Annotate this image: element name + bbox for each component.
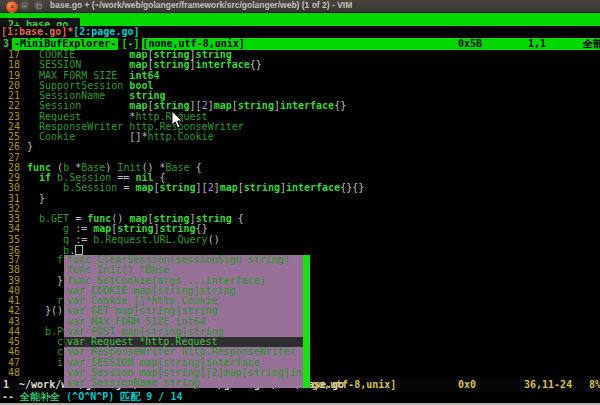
line-number: 18: [0, 60, 20, 70]
vim-window: × – ▢ base.go + (~/work/web/golanger/fra…: [0, 0, 600, 405]
line-number: 44: [0, 327, 20, 337]
line-number: 31: [0, 194, 20, 204]
code-line[interactable]: 20 SupportSession bool: [0, 81, 600, 91]
code-line[interactable]: 24 ResponseWriter http.ResponseWriter: [0, 122, 600, 132]
line-number: 36: [0, 246, 20, 255]
close-icon[interactable]: ×: [6, 1, 18, 13]
mini-buffer-name: -MiniBufExplorer-: [12, 38, 118, 49]
mini-buffer-number: 3: [0, 38, 12, 50]
code-line[interactable]: 19 MAX_FORM_SIZE int64: [0, 71, 600, 81]
window-title: base.go + (~/work/web/golanger/framework…: [50, 0, 352, 13]
line-number: 40: [0, 286, 20, 296]
minibufexplorer-statusline: 3-MiniBufExplorer-[-][none,utf-8,unix]0x…: [0, 38, 600, 50]
code-line[interactable]: 17 COOKIE map[string]string: [0, 50, 600, 60]
line-number: 33: [0, 214, 20, 224]
code-line[interactable]: 26}: [0, 142, 600, 152]
status-cursor-position: 36,11-24: [524, 378, 572, 391]
maximize-icon[interactable]: ▢: [34, 1, 44, 11]
code-text: func (b *Base) Init() *Base {: [27, 163, 202, 173]
popup-scrollbar[interactable]: [303, 255, 310, 388]
mini-hex-value: 0x5B: [458, 38, 482, 50]
code-text: b.GET = func() map[string]string {: [27, 214, 244, 224]
code-line[interactable]: 21 SessionName string: [0, 91, 600, 101]
code-text: SupportSession bool: [27, 81, 153, 91]
code-text: q := b.Request.URL.Query(): [27, 235, 220, 245]
code-text: if b.Session == nil {: [27, 173, 166, 183]
line-number: 45: [0, 337, 20, 347]
completion-item[interactable]: func ClearSession(sessionSign string): [64, 255, 303, 265]
code-line[interactable]: 29 if b.Session == nil {: [0, 173, 600, 183]
code-text: Session map[string][2]map[string]interfa…: [27, 101, 346, 111]
completion-item[interactable]: var SessionName string: [64, 378, 303, 388]
code-text: g := map[string]string{}: [27, 224, 208, 234]
code-text: ResponseWriter http.ResponseWriter: [27, 122, 244, 132]
cmd-completion-keys: (^O^N^P): [66, 391, 120, 402]
completion-item[interactable]: func Init() *Base: [64, 265, 303, 275]
line-number: 27: [0, 153, 20, 163]
code-line[interactable]: 22 Session map[string][2]map[string]inte…: [0, 101, 600, 111]
code-line[interactable]: 27: [0, 153, 600, 163]
completion-item[interactable]: func SetCookie(args ...interface): [64, 276, 303, 286]
completion-item[interactable]: var MAX_FORM_SIZE int64: [64, 317, 303, 327]
completion-item[interactable]: var Request *http.Request: [64, 337, 303, 347]
completion-item[interactable]: var SESSION map[string]interface: [64, 358, 303, 368]
code-line[interactable]: 34 g := map[string]string{}: [0, 224, 600, 234]
line-number: 38: [0, 265, 20, 275]
line-number: 28: [0, 163, 20, 173]
code-text: SessionName string: [27, 91, 165, 101]
code-text: Cookie []*http.Cookie: [27, 132, 214, 142]
code-line[interactable]: 25 Cookie []*http.Cookie: [0, 132, 600, 142]
line-number: 47: [0, 358, 20, 368]
completion-item[interactable]: var ResponseWriter http.ResponseWriter: [64, 347, 303, 357]
mini-scroll-indicator: 全部: [583, 38, 600, 50]
completion-item[interactable]: var Cookie []*http.Cookie: [64, 296, 303, 306]
completion-item[interactable]: var POST map[string]string: [64, 327, 303, 337]
status-fileinfo: go,utf-8,unix]: [312, 378, 396, 391]
mini-modified-flag: [-]: [118, 38, 142, 50]
code-line[interactable]: 28func (b *Base) Init() *Base {: [0, 163, 600, 173]
line-number: 30: [0, 183, 20, 193]
command-line: -- 全能补全 (^O^N^P) 匹配 9 / 14: [0, 391, 600, 403]
line-number: 32: [0, 204, 20, 214]
vim-tabline: 2+ base.go: [0, 13, 600, 26]
code-text: c: [27, 347, 63, 357]
minimize-icon[interactable]: –: [20, 1, 30, 11]
mouse-cursor: [171, 111, 183, 129]
code-line[interactable]: 32: [0, 204, 600, 214]
line-number: 17: [0, 50, 20, 60]
completion-item[interactable]: var COOKIE map[string]string: [64, 286, 303, 296]
code-line[interactable]: 36 b.: [0, 245, 600, 255]
buffer-tab-base-go[interactable]: [1:base.go]*: [1, 26, 73, 37]
line-number: 35: [0, 235, 20, 245]
completion-item[interactable]: var Session map[string][2]map[string]int…: [64, 368, 303, 378]
completion-item[interactable]: var GET map[string]string: [64, 306, 303, 316]
line-number: 34: [0, 224, 20, 234]
buffer-list: [1:base.go]*[2:page.go]: [0, 26, 600, 38]
code-text: b.: [27, 245, 83, 255]
line-number: 24: [0, 122, 20, 132]
code-line[interactable]: 35 q := b.Request.URL.Query(): [0, 235, 600, 245]
code-line[interactable]: 23 Request *http.Request: [0, 112, 600, 122]
code-text: }: [27, 194, 45, 204]
buffer-tab-page-go[interactable]: [2:page.go]: [73, 26, 139, 37]
line-number: 22: [0, 101, 20, 111]
line-number: 39: [0, 276, 20, 286]
line-number: 29: [0, 173, 20, 183]
completion-popup: func ClearSession(sessionSign string)fun…: [64, 255, 310, 388]
code-text: r: [27, 296, 63, 306]
status-buffer-number: 1: [3, 379, 9, 390]
code-text: c: [27, 337, 63, 347]
code-text: SESSION map[string]interface{}: [27, 60, 262, 70]
cmd-match-label: 匹配: [120, 391, 146, 402]
code-line[interactable]: 33 b.GET = func() map[string]string {: [0, 214, 600, 224]
mini-cursor-position: 1,1: [528, 38, 546, 50]
line-number: 21: [0, 91, 20, 101]
code-line[interactable]: 31 }: [0, 194, 600, 204]
code-text: i: [27, 358, 63, 368]
code-line[interactable]: 18 SESSION map[string]interface{}: [0, 60, 600, 70]
line-number: 41: [0, 296, 20, 306]
code-line[interactable]: 30 b.Session = map[string][2]map[string]…: [0, 183, 600, 193]
code-text: COOKIE map[string]string: [27, 50, 232, 60]
line-number: 20: [0, 81, 20, 91]
status-hex-value: 0x0: [458, 378, 476, 391]
